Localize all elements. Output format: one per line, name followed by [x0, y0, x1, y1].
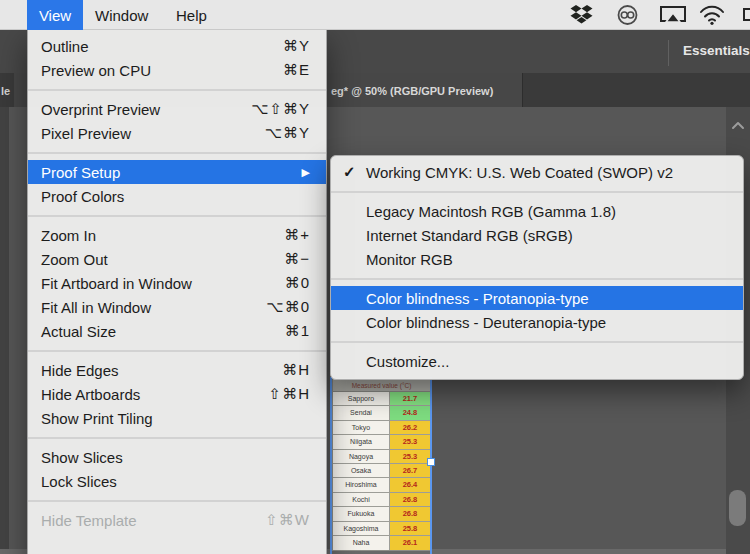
menu-item-shortcut: ⌘H [282, 361, 310, 379]
menu-view[interactable]: View [27, 0, 83, 30]
menu-separator [28, 208, 326, 223]
dropbox-icon[interactable] [570, 4, 593, 26]
city-cell: Sapporo [333, 392, 390, 405]
menu-item-label: Lock Slices [41, 473, 310, 490]
menu-item-proof-setup[interactable]: Proof Setup ▶ [28, 160, 326, 184]
menu-item-preview-on-cpu[interactable]: Preview on CPU ⌘E [28, 58, 326, 82]
menu-item-label: Proof Setup [41, 164, 294, 181]
table-row: Nagoya 25.3 [333, 450, 430, 464]
header-divider [668, 40, 669, 66]
menu-item-zoom-in[interactable]: Zoom In ⌘+ [28, 223, 326, 247]
menu-item-shortcut: ⌘E [283, 61, 310, 79]
menu-separator [28, 82, 326, 97]
menu-item-hide-edges[interactable]: Hide Edges ⌘H [28, 358, 326, 382]
submenu-item-label: Customize... [366, 353, 449, 370]
menu-item-shortcut: ⌥⇧⌘Y [251, 100, 310, 118]
document-tab-title: eg* @ 50% (RGB/GPU Preview) [331, 85, 493, 97]
menu-item-shortcut: ⇧⌘H [269, 385, 310, 403]
value-cell: 26.8 [390, 493, 430, 506]
city-cell: Sendai [333, 406, 390, 419]
menu-item-actual-size[interactable]: Actual Size ⌘1 [28, 319, 326, 343]
submenu-item-label: Internet Standard RGB (sRGB) [366, 227, 573, 244]
menu-item-label: Outline [41, 38, 283, 55]
checkmark-icon: ✓ [343, 163, 356, 181]
city-cell: Nagoya [333, 450, 390, 463]
menu-item-label: Fit All in Window [41, 299, 266, 316]
menu-item-shortcut: ⌥⌘0 [266, 298, 310, 316]
menu-item-shortcut: ⇧⌘W [265, 511, 310, 529]
menu-item-label: Preview on CPU [41, 62, 283, 79]
submenu-item-customize[interactable]: Customize... [331, 349, 743, 373]
submenu-item-label: Working CMYK: U.S. Web Coated (SWOP) v2 [366, 164, 673, 181]
menu-item-label: Zoom Out [41, 251, 284, 268]
creative-cloud-icon[interactable] [616, 4, 639, 26]
menu-item-show-print-tiling[interactable]: Show Print Tiling [28, 406, 326, 430]
value-cell: 26.4 [390, 478, 430, 491]
value-cell: 25.3 [390, 450, 430, 463]
menu-item-proof-colors[interactable]: Proof Colors [28, 184, 326, 208]
table-row: Kagoshima 25.8 [333, 522, 430, 536]
battery-icon[interactable] [743, 4, 750, 26]
scroll-up-icon[interactable] [731, 121, 745, 130]
menu-item-fit-all-in-window[interactable]: Fit All in Window ⌥⌘0 [28, 295, 326, 319]
document-tab-partial[interactable]: le [1, 85, 10, 97]
menu-item-lock-slices[interactable]: Lock Slices [28, 469, 326, 493]
menu-item-overprint-preview[interactable]: Overprint Preview ⌥⇧⌘Y [28, 97, 326, 121]
menu-item-shortcut: ⌘+ [284, 226, 310, 244]
menu-help[interactable]: Help [176, 0, 207, 30]
table-row: Sapporo 21.7 [333, 392, 430, 406]
submenu-item-working-cmyk[interactable]: ✓ Working CMYK: U.S. Web Coated (SWOP) v… [331, 160, 743, 184]
menu-item-label: Zoom In [41, 227, 284, 244]
menu-item-fit-artboard-in-window[interactable]: Fit Artboard in Window ⌘0 [28, 271, 326, 295]
view-dropdown-menu: Outline ⌘Y Preview on CPU ⌘E Overprint P… [27, 30, 327, 554]
wifi-icon[interactable] [699, 4, 725, 26]
table-row: Sendai 24.8 [333, 406, 430, 420]
submenu-item-monitor-rgb[interactable]: Monitor RGB [331, 247, 743, 271]
menu-separator [28, 145, 326, 160]
scrollbar-thumb[interactable] [729, 490, 746, 526]
menu-item-zoom-out[interactable]: Zoom Out ⌘− [28, 247, 326, 271]
menu-item-shortcut: ⌘0 [285, 274, 310, 292]
menu-separator [28, 343, 326, 358]
macos-menu-bar: View Window Help [0, 0, 750, 30]
value-cell: 24.8 [390, 406, 430, 419]
city-cell: Hiroshima [333, 478, 390, 491]
value-cell: 26.1 [390, 536, 430, 550]
table-row: Kochi 26.8 [333, 493, 430, 507]
submenu-item-legacy-macintosh-rgb[interactable]: Legacy Macintosh RGB (Gamma 1.8) [331, 199, 743, 223]
menu-item-shortcut: ⌘1 [285, 322, 310, 340]
table-row: Osaka 26.7 [333, 464, 430, 478]
submenu-item-label: Legacy Macintosh RGB (Gamma 1.8) [366, 203, 616, 220]
menu-item-hide-artboards[interactable]: Hide Artboards ⇧⌘H [28, 382, 326, 406]
menu-item-outline[interactable]: Outline ⌘Y [28, 34, 326, 58]
value-cell: 25.8 [390, 522, 430, 535]
city-cell: Niigata [333, 435, 390, 448]
menu-item-label: Show Print Tiling [41, 410, 310, 427]
submenu-item-color-blindness-protanopia[interactable]: Color blindness - Protanopia-type [331, 286, 743, 310]
menu-item-shortcut: ⌥⌘Y [265, 124, 310, 142]
menu-item-show-slices[interactable]: Show Slices [28, 445, 326, 469]
table-row: Tokyo 26.2 [333, 421, 430, 435]
city-cell: Kagoshima [333, 522, 390, 535]
menu-window[interactable]: Window [95, 0, 148, 30]
display-mirroring-icon[interactable] [659, 4, 687, 26]
menu-separator [28, 493, 326, 508]
selection-handle[interactable] [427, 458, 435, 466]
city-cell: Naha [333, 536, 390, 550]
menu-separator [28, 430, 326, 445]
submenu-item-internet-standard-rgb[interactable]: Internet Standard RGB (sRGB) [331, 223, 743, 247]
table-row: Niigata 25.3 [333, 435, 430, 449]
menu-item-label: Show Slices [41, 449, 310, 466]
submenu-item-color-blindness-deuteranopia[interactable]: Color blindness - Deuteranopia-type [331, 310, 743, 334]
menu-item-label: Proof Colors [41, 188, 310, 205]
menu-item-pixel-preview[interactable]: Pixel Preview ⌥⌘Y [28, 121, 326, 145]
menu-item-label: Fit Artboard in Window [41, 275, 285, 292]
workspace-switcher[interactable]: Essentials [683, 43, 750, 58]
submenu-item-label: Monitor RGB [366, 251, 453, 268]
proof-setup-submenu: ✓ Working CMYK: U.S. Web Coated (SWOP) v… [330, 155, 744, 380]
menu-item-label: Overprint Preview [41, 101, 251, 118]
table-row: Hiroshima 26.4 [333, 478, 430, 492]
table-header: Measured value (°C) [333, 379, 430, 392]
menu-item-hide-template: Hide Template ⇧⌘W [28, 508, 326, 532]
menu-separator [331, 334, 743, 349]
